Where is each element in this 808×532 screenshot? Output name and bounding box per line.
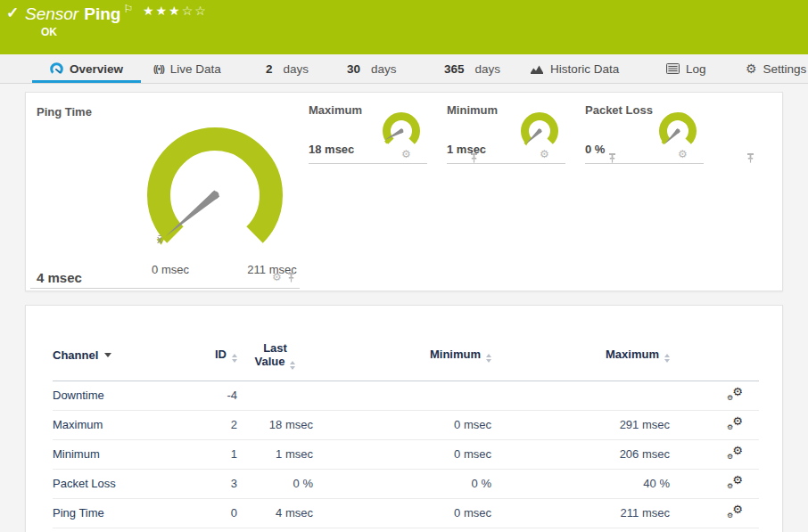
table-row: Minimum 1 1 msec 0 msec 206 msec ⚙⚙ — [53, 439, 759, 469]
gauge-arc — [664, 117, 693, 142]
pin-icon[interactable] — [287, 273, 295, 282]
column-label: Maximum — [606, 348, 659, 361]
pin-icon[interactable] — [470, 153, 478, 163]
sort-icon — [664, 354, 670, 363]
priority-flag-icon[interactable]: ⚐ — [123, 3, 133, 15]
tab-label: Settings — [763, 62, 807, 76]
channels-panel: Channel ID Last Value Minimum Maximum — [25, 305, 783, 532]
column-header-last-value[interactable]: Last Value — [237, 331, 313, 381]
gauge-title: Ping Time — [37, 105, 92, 119]
widget-actions: ⚙ — [272, 272, 295, 282]
widget-divider — [447, 163, 565, 164]
tab-historic-data[interactable]: Historic Data — [526, 54, 622, 83]
tab-unit: days — [371, 62, 397, 76]
column-header-maximum[interactable]: Maximum — [491, 331, 670, 381]
tab-overview[interactable]: Overview — [32, 54, 141, 83]
channel-id: 3 — [186, 469, 237, 498]
column-header-minimum[interactable]: Minimum — [313, 331, 491, 381]
broadcast-icon: ((•)) — [153, 64, 164, 74]
gear-icon[interactable]: ⚙ — [678, 149, 688, 160]
sensor-name: Ping — [84, 4, 120, 23]
column-label: Channel — [53, 348, 98, 362]
pin-icon[interactable] — [746, 153, 754, 163]
tab-label: Overview — [70, 62, 123, 76]
tab-label: Historic Data — [550, 62, 619, 76]
channel-id: -4 — [186, 381, 237, 410]
sensor-title: SensorPing⚐ — [25, 3, 133, 24]
channel-minimum — [313, 381, 491, 410]
gauge-arc — [525, 117, 555, 142]
channel-settings-icon[interactable]: ⚙⚙ — [727, 387, 743, 401]
column-header-id[interactable]: ID — [186, 331, 237, 381]
tab-settings[interactable]: ⚙ Settings — [742, 54, 808, 83]
channel-minimum: 0 msec — [313, 439, 491, 469]
channel-last-value: 0 % — [237, 469, 313, 498]
channel-id: 1 — [186, 439, 237, 469]
channel-link[interactable]: Ping Time — [53, 498, 186, 528]
column-header-actions — [670, 331, 759, 381]
widget-actions: ⚙ — [678, 149, 688, 160]
channel-maximum: 291 msec — [491, 410, 670, 439]
tab-number: 30 — [347, 62, 360, 76]
column-label: Minimum — [430, 348, 481, 361]
widget-divider — [30, 288, 300, 289]
channel-maximum: 211 msec — [491, 498, 670, 528]
channel-maximum: 206 msec — [491, 439, 670, 469]
gear-icon[interactable]: ⚙ — [540, 149, 549, 160]
channel-minimum: 0 % — [313, 469, 491, 498]
gear-icon[interactable]: ⚙ — [401, 149, 411, 160]
channel-minimum: 0 msec — [313, 410, 491, 439]
sorted-desc-icon — [104, 353, 111, 357]
column-header-channel[interactable]: Channel — [53, 331, 186, 381]
channel-last-value: 1 msec — [237, 439, 313, 469]
widget-divider — [585, 163, 704, 164]
channel-id: 2 — [186, 410, 237, 439]
tab-log[interactable]: Log — [663, 54, 710, 83]
gauges-panel: Ping Time x̄ 0 msec 211 msec 4 msec ⚙ Ma… — [25, 92, 783, 291]
tab-number: 2 — [266, 62, 273, 76]
gauge-arc — [159, 139, 271, 235]
average-marker-label: x̄ — [157, 233, 162, 246]
channels-table: Channel ID Last Value Minimum Maximum — [53, 331, 759, 528]
channel-link[interactable]: Minimum — [53, 439, 186, 469]
sensor-title-prefix: Sensor — [25, 4, 78, 23]
tab-30-days[interactable]: 30 days — [343, 54, 400, 83]
gauge-value: 4 msec — [37, 270, 82, 285]
column-label: Last — [263, 341, 287, 355]
channel-settings-icon[interactable]: ⚙⚙ — [727, 446, 743, 460]
gauge-value: 18 msec — [309, 143, 354, 156]
minimum-gauge-widget: Minimum 1 msec ⚙ — [447, 103, 565, 166]
channel-maximum — [491, 381, 670, 410]
channel-last-value — [237, 381, 313, 410]
sensor-page: ✓ SensorPing⚐ ★★★☆☆ OK Overview ((•)) Li… — [0, 0, 808, 532]
channel-settings-icon[interactable]: ⚙⚙ — [727, 416, 743, 430]
log-icon — [666, 63, 680, 74]
channel-link[interactable]: Maximum — [53, 410, 186, 439]
tab-365-days[interactable]: 365 days — [441, 54, 504, 83]
table-row: Ping Time 0 4 msec 0 msec 211 msec ⚙⚙ — [53, 498, 759, 528]
channel-last-value: 4 msec — [237, 498, 313, 528]
gauge-title: Minimum — [447, 103, 498, 117]
channel-settings-icon[interactable]: ⚙⚙ — [727, 504, 743, 519]
chart-icon — [530, 63, 544, 75]
gear-icon[interactable]: ⚙ — [272, 272, 282, 282]
gauge-icon — [50, 62, 63, 76]
tab-2-days[interactable]: 2 days — [262, 54, 312, 83]
tab-bar: Overview ((•)) Live Data 2 days 30 days … — [0, 54, 808, 84]
packet-loss-gauge-widget: Packet Loss 0 % ⚙ — [585, 103, 704, 166]
channel-settings-icon[interactable]: ⚙⚙ — [727, 475, 743, 489]
widget-actions: ⚙ — [401, 149, 411, 160]
tab-live-data[interactable]: ((•)) Live Data — [150, 54, 225, 83]
column-label: Value — [255, 355, 285, 368]
channel-link[interactable]: Downtime — [53, 381, 186, 410]
widget-divider — [309, 163, 427, 164]
priority-stars[interactable]: ★★★☆☆ — [143, 4, 208, 18]
channel-last-value: 18 msec — [237, 410, 313, 439]
sort-icon — [486, 354, 491, 363]
gauge-title: Maximum — [309, 103, 362, 117]
column-label: ID — [215, 348, 227, 361]
channel-minimum: 0 msec — [313, 498, 491, 528]
channel-link[interactable]: Packet Loss — [53, 469, 186, 498]
table-row: Downtime -4 ⚙⚙ — [53, 381, 759, 410]
pin-icon[interactable] — [608, 153, 616, 163]
